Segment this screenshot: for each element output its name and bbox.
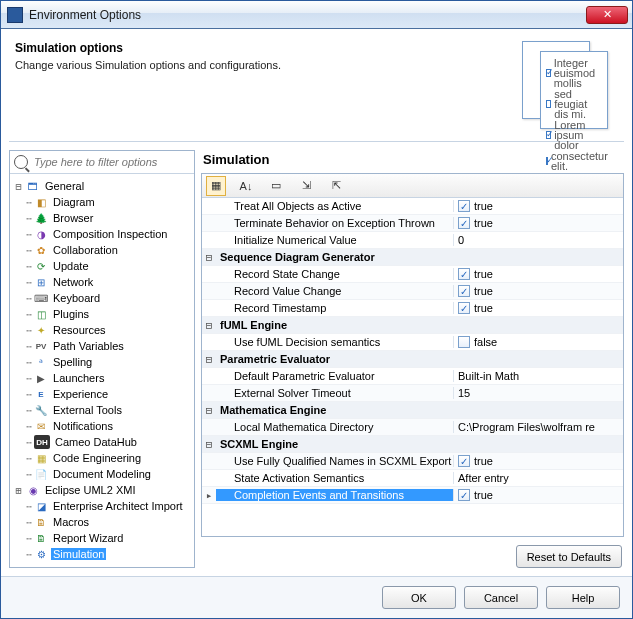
tree-item-network[interactable]: ⋯⊞Network	[12, 274, 194, 290]
tree-icon-macros: 🗎	[34, 515, 48, 529]
property-row[interactable]: Terminate Behavior on Exception Thrown✓t…	[202, 215, 623, 232]
property-name: Terminate Behavior on Exception Thrown	[216, 217, 453, 229]
help-button[interactable]: Help	[546, 586, 620, 609]
ok-button[interactable]: OK	[382, 586, 456, 609]
body: ⊟🗔General⋯◧Diagram⋯🌲Browser⋯◑Composition…	[1, 142, 632, 576]
tree-item-codeeng[interactable]: ⋯▦Code Engineering	[12, 450, 194, 466]
property-value[interactable]: 15	[453, 387, 623, 399]
property-value[interactable]: C:\Program Files\wolfram re	[453, 421, 623, 433]
tree-item-resources[interactable]: ⋯✦Resources	[12, 322, 194, 338]
tree-item-datahub[interactable]: ⋯DHCameo DataHub	[12, 434, 194, 450]
checkbox-icon[interactable]: ✓	[458, 200, 470, 212]
property-group[interactable]: ⊟Parametric Evaluator	[202, 351, 623, 368]
collapse-icon[interactable]: ⊟	[202, 438, 216, 451]
expand-all-icon[interactable]: ⇲	[296, 176, 316, 196]
tree-item-plugins[interactable]: ⋯◫Plugins	[12, 306, 194, 322]
expand-icon[interactable]: ⊞	[14, 485, 23, 496]
property-value[interactable]: After entry	[453, 472, 623, 484]
property-value[interactable]: false	[453, 336, 623, 348]
property-group[interactable]: ⊟Mathematica Engine	[202, 402, 623, 419]
tree-indent: ⋯	[26, 213, 31, 224]
collapse-all-icon[interactable]: ⇱	[326, 176, 346, 196]
sort-icon[interactable]: A↓	[236, 176, 256, 196]
collapse-icon[interactable]: ⊟	[202, 404, 216, 417]
filter-input[interactable]	[32, 154, 190, 170]
checkbox-icon[interactable]: ✓	[458, 455, 470, 467]
property-row[interactable]: Use fUML Decision semanticsfalse	[202, 334, 623, 351]
tree-item-experience[interactable]: ⋯EExperience	[12, 386, 194, 402]
property-grid-container: ▦ A↓ ▭ ⇲ ⇱ Treat All Objects as Active✓t…	[201, 173, 624, 537]
property-name: Use fUML Decision semantics	[216, 336, 453, 348]
tree-label: Network	[51, 276, 95, 288]
reset-defaults-button[interactable]: Reset to Defaults	[516, 545, 622, 568]
checkbox-icon[interactable]: ✓	[458, 489, 470, 501]
property-value[interactable]: ✓true	[453, 285, 623, 297]
property-value[interactable]: ✓true	[453, 200, 623, 212]
tree-item-simulation[interactable]: ⋯⚙Simulation	[12, 546, 194, 562]
property-group[interactable]: ⊟Sequence Diagram Generator	[202, 249, 623, 266]
tree-label: Plugins	[51, 308, 91, 320]
property-value[interactable]: ✓true	[453, 268, 623, 280]
tree-item-eclipse[interactable]: ⊞◉Eclipse UML2 XMI	[12, 482, 194, 498]
property-row[interactable]: Use Fully Qualified Names in SCXML Expor…	[202, 453, 623, 470]
tree-item-report[interactable]: ⋯🗎Report Wizard	[12, 530, 194, 546]
property-row[interactable]: Record State Change✓true	[202, 266, 623, 283]
property-value[interactable]: ✓true	[453, 302, 623, 314]
tree-item-diagram[interactable]: ⋯◧Diagram	[12, 194, 194, 210]
property-row[interactable]: Local Mathematica DirectoryC:\Program Fi…	[202, 419, 623, 436]
property-value-text: true	[474, 302, 493, 314]
options-tree[interactable]: ⊟🗔General⋯◧Diagram⋯🌲Browser⋯◑Composition…	[10, 174, 194, 567]
tree-indent: ⋯	[26, 229, 31, 240]
property-group[interactable]: ⊟fUML Engine	[202, 317, 623, 334]
tree-item-exttools[interactable]: ⋯🔧External Tools	[12, 402, 194, 418]
property-row[interactable]: Record Timestamp✓true	[202, 300, 623, 317]
categorize-icon[interactable]: ▦	[206, 176, 226, 196]
property-row[interactable]: Treat All Objects as Active✓true	[202, 198, 623, 215]
tree-item-browser[interactable]: ⋯🌲Browser	[12, 210, 194, 226]
tree-item-pathvars[interactable]: ⋯PVPath Variables	[12, 338, 194, 354]
property-value[interactable]: 0	[453, 234, 623, 246]
tree-item-keyboard[interactable]: ⋯⌨Keyboard	[12, 290, 194, 306]
checkbox-icon[interactable]: ✓	[458, 302, 470, 314]
property-row[interactable]: Record Value Change✓true	[202, 283, 623, 300]
checkbox-icon[interactable]	[458, 336, 470, 348]
tree-item-docmodel[interactable]: ⋯📄Document Modeling	[12, 466, 194, 482]
property-value[interactable]: ✓true	[453, 489, 623, 501]
expand-icon[interactable]: ▭	[266, 176, 286, 196]
titlebar[interactable]: Environment Options ✕	[1, 1, 632, 29]
collapse-icon[interactable]: ⊟	[14, 181, 23, 192]
tree-item-notifications[interactable]: ⋯✉Notifications	[12, 418, 194, 434]
checkbox-icon[interactable]: ✓	[458, 217, 470, 229]
property-row[interactable]: Default Parametric EvaluatorBuilt-in Mat…	[202, 368, 623, 385]
tree-item-spelling[interactable]: ⋯ᵃSpelling	[12, 354, 194, 370]
tree-item-collab[interactable]: ⋯✿Collaboration	[12, 242, 194, 258]
property-name: Local Mathematica Directory	[216, 421, 453, 433]
checkbox-icon[interactable]: ✓	[458, 285, 470, 297]
collapse-icon[interactable]: ⊟	[202, 251, 216, 264]
collapse-icon[interactable]: ⊟	[202, 319, 216, 332]
property-name: Record Timestamp	[216, 302, 453, 314]
tree-item-launchers[interactable]: ⋯▶Launchers	[12, 370, 194, 386]
property-group[interactable]: ⊟SCXML Engine	[202, 436, 623, 453]
tree-item-eaimport[interactable]: ⋯◪Enterprise Architect Import	[12, 498, 194, 514]
tree-item-update[interactable]: ⋯⟳Update	[12, 258, 194, 274]
tree-indent: ⋯	[26, 421, 31, 432]
tree-item-macros[interactable]: ⋯🗎Macros	[12, 514, 194, 530]
grid-toolbar: ▦ A↓ ▭ ⇲ ⇱	[202, 174, 623, 198]
property-row[interactable]: ▸Completion Events and Transitions✓true	[202, 487, 623, 504]
close-button[interactable]: ✕	[586, 6, 628, 24]
cancel-button[interactable]: Cancel	[464, 586, 538, 609]
tree-item-composition[interactable]: ⋯◑Composition Inspection	[12, 226, 194, 242]
tree-label: Code Engineering	[51, 452, 143, 464]
property-row[interactable]: External Solver Timeout15	[202, 385, 623, 402]
tree-label: External Tools	[51, 404, 124, 416]
property-value[interactable]: ✓true	[453, 455, 623, 467]
property-value[interactable]: ✓true	[453, 217, 623, 229]
property-row[interactable]: State Activation SemanticsAfter entry	[202, 470, 623, 487]
property-row[interactable]: Initialize Numerical Value0	[202, 232, 623, 249]
checkbox-icon[interactable]: ✓	[458, 268, 470, 280]
property-grid[interactable]: Treat All Objects as Active✓trueTerminat…	[202, 198, 623, 536]
property-value[interactable]: Built-in Math	[453, 370, 623, 382]
tree-item-general[interactable]: ⊟🗔General	[12, 178, 194, 194]
collapse-icon[interactable]: ⊟	[202, 353, 216, 366]
